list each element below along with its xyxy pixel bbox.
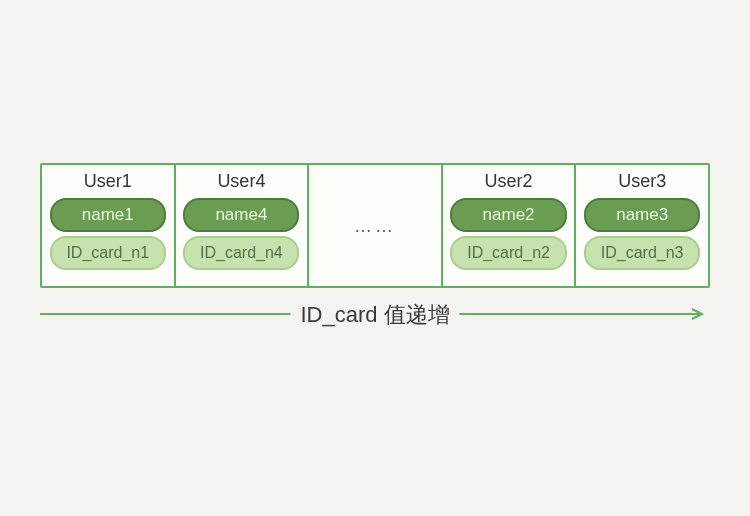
idcard-pill: ID_card_n3 [584, 236, 700, 269]
idcard-pill: ID_card_n1 [50, 236, 166, 269]
user-row: User1 name1 ID_card_n1 User4 name4 ID_ca… [40, 163, 710, 288]
user-label: User2 [485, 171, 533, 192]
name-pill: name3 [584, 198, 700, 232]
name-pill: name1 [50, 198, 166, 232]
idcard-pill: ID_card_n4 [183, 236, 299, 269]
name-pill: name4 [183, 198, 299, 232]
user-label: User3 [618, 171, 666, 192]
idcard-pill: ID_card_n2 [450, 236, 566, 269]
user-label: User1 [84, 171, 132, 192]
name-pill: name2 [450, 198, 566, 232]
cell-user3: User3 name3 ID_card_n3 [576, 165, 708, 286]
cell-ellipsis: …… [309, 165, 443, 286]
arrow-label: ID_card 值递增 [290, 300, 459, 330]
ellipsis-text: …… [354, 216, 396, 237]
cell-user2: User2 name2 ID_card_n2 [443, 165, 577, 286]
user-label: User4 [217, 171, 265, 192]
cell-user1: User1 name1 ID_card_n1 [42, 165, 176, 286]
cell-user4: User4 name4 ID_card_n4 [176, 165, 310, 286]
arrow-wrap: ID_card 值递增 [40, 306, 710, 366]
